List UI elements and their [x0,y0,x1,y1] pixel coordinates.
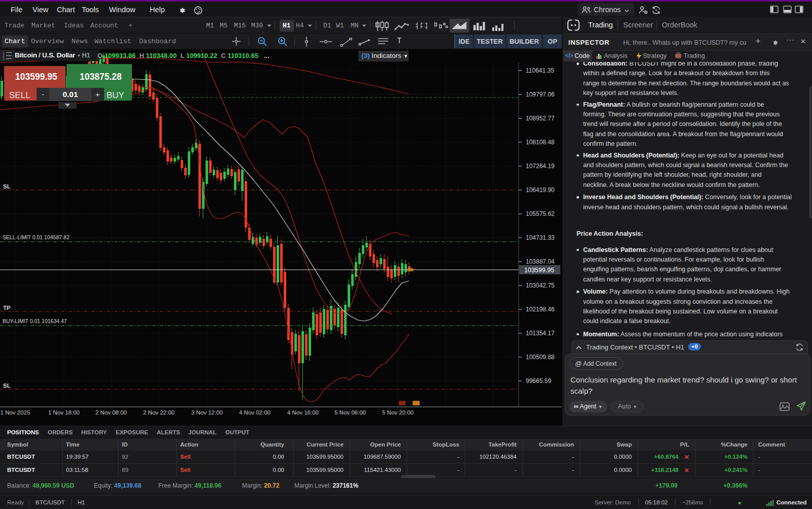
svg-text:107264.19: 107264.19 [526,163,555,170]
svg-text:101354.17: 101354.17 [526,330,555,337]
svg-text:108108.48: 108108.48 [526,139,555,146]
svg-text:1 Nov 2025: 1 Nov 2025 [1,409,30,416]
svg-text:100509.88: 100509.88 [526,354,555,361]
svg-text:5 Nov 20:00: 5 Nov 20:00 [382,409,414,416]
svg-text:2 Nov 08:00: 2 Nov 08:00 [95,409,127,416]
svg-text:2 Nov 22:00: 2 Nov 22:00 [143,409,175,416]
svg-text:1 Nov 18:00: 1 Nov 18:00 [48,409,80,416]
svg-text:SELL-LIMIT 0.01 104587.82: SELL-LIMIT 0.01 104587.82 [3,234,70,240]
svg-text:105575.62: 105575.62 [526,210,555,217]
svg-text:3 Nov 12:00: 3 Nov 12:00 [191,409,223,416]
svg-text:110641.35: 110641.35 [526,67,554,74]
svg-text:99665.59: 99665.59 [526,377,551,385]
svg-text:108952.77: 108952.77 [526,115,555,122]
svg-text:109797.06: 109797.06 [526,91,555,98]
svg-text:4 Nov 02:00: 4 Nov 02:00 [239,409,270,416]
svg-text:102198.46: 102198.46 [526,306,555,313]
svg-text:5 Nov 06:00: 5 Nov 06:00 [334,409,366,416]
svg-text:3: 3 [3,57,5,60]
svg-text:SL: SL [3,383,11,389]
svg-text:TP: TP [3,305,11,311]
svg-text:103042.75: 103042.75 [526,282,555,289]
svg-text:BUY-LIMIT 0.01 101634.47: BUY-LIMIT 0.01 101634.47 [3,318,67,324]
svg-text:103887.04: 103887.04 [526,258,555,265]
svg-text:104731.33: 104731.33 [526,234,555,241]
svg-text:4 Nov 16:00: 4 Nov 16:00 [287,409,319,416]
svg-text:106419.90: 106419.90 [526,186,555,194]
svg-text:SL: SL [3,183,11,189]
svg-text:103599.95: 103599.95 [524,267,554,274]
